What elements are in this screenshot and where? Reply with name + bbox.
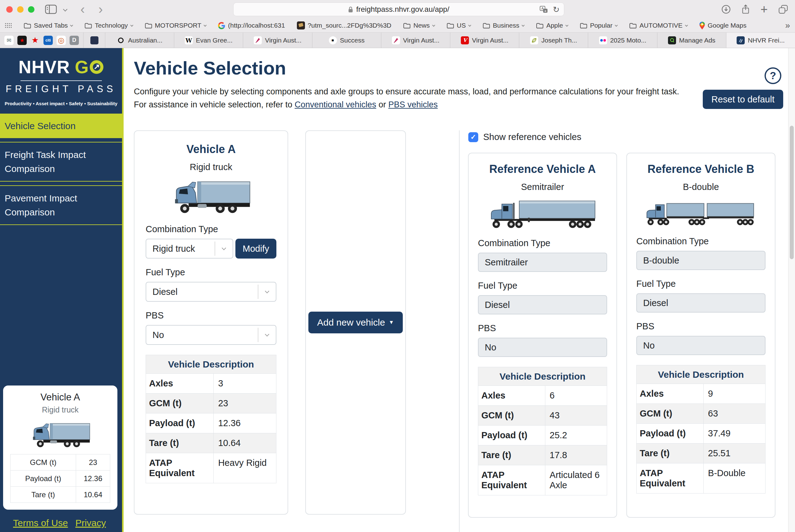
bookmark-folder-news[interactable]: News <box>403 22 435 29</box>
tab-favicon-only[interactable] <box>84 33 105 48</box>
google-g-icon <box>218 22 225 29</box>
fuel-type-field: Diesel <box>478 295 607 315</box>
bookmark-folder-motorsport[interactable]: MOTORSPORT <box>145 22 206 29</box>
virgin-flag-favicon-icon <box>254 36 262 44</box>
close-window-button[interactable] <box>6 6 13 13</box>
bookmark-label: AUTOMOTIVE <box>640 22 682 29</box>
fuel-type-field: Diesel <box>636 293 765 312</box>
chevron-down-icon <box>432 24 435 27</box>
reload-icon[interactable]: ↻ <box>553 5 560 15</box>
bookmark-folder-us[interactable]: US <box>447 22 471 29</box>
tab-2025-moto[interactable]: 2025 Moto... <box>588 33 657 48</box>
add-vehicle-card: Add new vehicle ▼ <box>305 130 406 515</box>
ring-favicon-icon <box>117 36 125 44</box>
pbs-vehicles-link[interactable]: PBS vehicles <box>388 100 438 109</box>
bookmark-label: (http://localhost:631 <box>228 22 285 29</box>
dark-favicon-icon <box>297 21 305 30</box>
nhvr-go-logo: NHVR G ↗ FREIGHT PASS Productivity ▪ Ass… <box>0 48 122 106</box>
bookmark-folder-automotive[interactable]: AUTOMOTIVE <box>629 22 687 29</box>
pbs-select[interactable]: No <box>146 325 276 345</box>
reference-vehicle-b-card: Reference Vehicle B B-double <box>626 153 775 518</box>
folder-icon <box>447 23 454 28</box>
tab-label: NHVR Frei... <box>748 37 785 44</box>
card-title: Vehicle A <box>146 143 276 156</box>
fuel-type-select[interactable]: Diesel <box>146 282 276 302</box>
privacy-link[interactable]: Privacy <box>75 518 106 528</box>
citi-favicon-icon[interactable]: citi <box>43 36 53 45</box>
tab-label: Success <box>340 37 365 44</box>
bookmark-utm[interactable]: ?utm_sourc...2FDg%3D%3D <box>297 21 392 30</box>
downloads-icon[interactable] <box>721 5 731 14</box>
vehicle-description-table: Vehicle Description Axles9 GCM (t)63 Pay… <box>636 365 765 494</box>
scrollbar-thumb[interactable] <box>790 126 794 259</box>
bookmark-google-maps[interactable]: Google Maps <box>699 22 746 30</box>
rigid-truck-image <box>29 422 92 449</box>
tab-australian[interactable]: Australian... <box>105 33 174 48</box>
rings-favicon-icon[interactable]: ◎ <box>57 36 66 45</box>
conventional-vehicles-link[interactable]: Conventional vehicles <box>295 100 376 109</box>
bookmark-localhost[interactable]: (http://localhost:631 <box>218 22 285 29</box>
tab-overview-icon[interactable] <box>778 5 788 14</box>
sidebar-item-freight-task-impact[interactable]: Freight Task Impact Comparison <box>0 142 122 182</box>
sidebar-chevron-icon[interactable] <box>64 8 67 11</box>
tab-nhvr-active[interactable]: NHVR Frei... <box>726 33 795 48</box>
bookmarks-overflow-icon[interactable]: » <box>785 20 790 31</box>
tab-virgin-1[interactable]: Virgin Aust... <box>243 33 312 48</box>
address-bar[interactable]: freightpass.nhvr.gov.au/app/ Aa ↻ <box>233 2 564 16</box>
card-subtitle: Semitrailer <box>478 182 607 192</box>
bookmark-label: News <box>413 22 430 29</box>
table-row: Payload (t)25.2 <box>478 425 607 445</box>
bookmarks-grid-icon[interactable] <box>5 23 12 28</box>
bookmark-label: MOTORSPORT <box>155 22 202 29</box>
combination-type-select[interactable]: Rigid truck <box>146 239 233 259</box>
chevron-down-icon <box>70 24 73 27</box>
chevron-down-icon <box>468 24 472 27</box>
share-icon[interactable] <box>741 4 750 14</box>
chevron-down-icon <box>685 24 688 27</box>
tab-virgin-2[interactable]: Virgin Aust... <box>381 33 450 48</box>
bookmark-folder-business[interactable]: Business <box>483 22 524 29</box>
zoom-window-button[interactable] <box>28 6 35 13</box>
d-favicon-icon[interactable]: D <box>70 36 79 45</box>
bookmark-label: Technology <box>95 22 128 29</box>
chevron-down-icon <box>130 24 133 27</box>
scrollbar-track[interactable] <box>788 48 795 532</box>
bookmark-folder-saved-tabs[interactable]: Saved Tabs <box>24 22 73 29</box>
table-header: Vehicle Description <box>478 367 607 386</box>
forward-button[interactable]: › <box>98 3 103 16</box>
help-icon[interactable]: ? <box>764 68 781 84</box>
bookmark-folder-technology[interactable]: Technology <box>85 22 133 29</box>
new-tab-icon[interactable]: + <box>760 3 768 16</box>
page-description: Configure your vehicle by selecting comp… <box>134 86 680 111</box>
back-button[interactable]: ‹ <box>80 3 85 16</box>
bookmark-folder-popular[interactable]: Popular <box>580 22 617 29</box>
tab-joseph[interactable]: Joseph Th... <box>519 33 588 48</box>
combination-type-field: B-double <box>636 251 765 270</box>
tab-evan-green[interactable]: WEvan Gree... <box>174 33 243 48</box>
folder-icon <box>629 23 636 28</box>
table-row: GCM (t)23 <box>146 394 276 414</box>
minimize-window-button[interactable] <box>17 6 24 13</box>
nab-star-favicon-icon[interactable]: ★ <box>31 36 40 45</box>
sidebar-item-vehicle-selection[interactable]: Vehicle Selection <box>0 114 122 138</box>
tab-manage-ads[interactable]: Manage Ads <box>658 33 726 48</box>
terms-of-use-link[interactable]: Terms of Use <box>13 518 68 528</box>
summary-table: GCM (t)23 Payload (t)12.36 Tare (t)10.64 <box>10 454 110 503</box>
chevron-down-icon <box>258 285 276 299</box>
mail-favicon-icon[interactable]: ✉ <box>4 36 14 45</box>
sidebar-item-pavement-impact[interactable]: Pavement Impact Comparison <box>0 185 122 225</box>
folder-icon <box>403 23 410 28</box>
bookmark-label: Saved Tabs <box>34 22 68 29</box>
bookmark-folder-apple[interactable]: Apple <box>536 22 568 29</box>
starburst-favicon-icon[interactable]: ★ <box>17 36 27 45</box>
translate-icon[interactable]: Aa <box>540 6 548 13</box>
show-reference-checkbox[interactable]: ✓ <box>468 132 478 142</box>
sidebar-toggle-icon[interactable] <box>45 5 57 14</box>
tab-virgin-3[interactable]: VVirgin Aust... <box>450 33 519 48</box>
reset-to-default-button[interactable]: Reset to default <box>703 90 783 109</box>
add-new-vehicle-button[interactable]: Add new vehicle ▼ <box>308 311 403 334</box>
modify-button[interactable]: Modify <box>235 239 276 259</box>
chevron-down-icon <box>204 24 207 27</box>
reference-vehicle-a-card: Reference Vehicle A Semitrailer <box>468 153 617 518</box>
tab-success[interactable]: ■Success <box>312 33 381 48</box>
